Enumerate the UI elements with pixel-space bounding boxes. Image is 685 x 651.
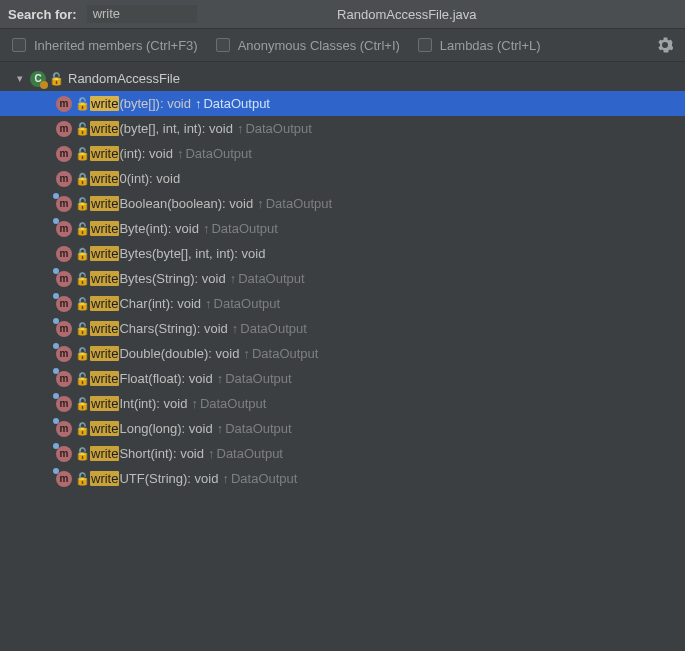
filter-lambdas[interactable]: Lambdas (Ctrl+L) [418,38,541,53]
inherited-from: DataOutput [200,396,267,411]
lock-icon: 🔒 [75,247,87,261]
interface-lock-icon: 🔓 [75,272,87,286]
method-icon: m [56,171,72,187]
method-row[interactable]: m🔓writeLong(long): void↑DataOutput [0,416,685,441]
file-title: RandomAccessFile.java [197,7,617,22]
method-signature: UTF(String): void [119,471,218,486]
method-impl-icon: m [56,396,72,412]
method-icon: m [56,246,72,262]
interface-lock-icon: 🔓 [75,297,87,311]
method-row[interactable]: m🔓write(byte[], int, int): void↑DataOutp… [0,116,685,141]
method-row[interactable]: m🔓write(int): void↑DataOutput [0,141,685,166]
method-icon: m [56,146,72,162]
arrow-up-icon: ↑ [217,421,224,436]
match-highlight: write [90,271,119,286]
method-impl-icon: m [56,446,72,462]
interface-lock-icon: 🔓 [49,72,61,86]
method-signature: Chars(String): void [119,321,227,336]
interface-lock-icon: 🔓 [75,372,87,386]
arrow-up-icon: ↑ [222,471,229,486]
method-impl-icon: m [56,296,72,312]
filter-inherited[interactable]: Inherited members (Ctrl+F3) [12,38,198,53]
chevron-down-icon[interactable]: ▾ [14,72,26,85]
match-highlight: write [90,421,119,436]
search-input[interactable]: write [87,5,197,23]
method-impl-icon: m [56,346,72,362]
method-row[interactable]: m🔓write(byte[]): void↑DataOutput [0,91,685,116]
method-impl-icon: m [56,196,72,212]
gear-icon[interactable] [657,37,673,53]
match-highlight: write [90,96,119,111]
inherited-from: DataOutput [217,446,284,461]
method-signature: Char(int): void [119,296,201,311]
method-impl-icon: m [56,421,72,437]
interface-lock-icon: 🔓 [75,122,87,136]
interface-lock-icon: 🔓 [75,422,87,436]
arrow-up-icon: ↑ [195,96,202,111]
method-row[interactable]: m🔓writeFloat(float): void↑DataOutput [0,366,685,391]
checkbox-icon [418,38,432,52]
inherited-from: DataOutput [225,421,292,436]
checkbox-icon [12,38,26,52]
method-signature: Long(long): void [119,421,212,436]
filter-anonymous[interactable]: Anonymous Classes (Ctrl+I) [216,38,400,53]
match-highlight: write [90,371,119,386]
method-row[interactable]: m🔒writeBytes(byte[], int, int): void [0,241,685,266]
method-row[interactable]: m🔓writeShort(int): void↑DataOutput [0,441,685,466]
arrow-up-icon: ↑ [205,296,212,311]
match-highlight: write [90,346,119,361]
checkbox-icon [216,38,230,52]
arrow-up-icon: ↑ [217,371,224,386]
match-highlight: write [90,196,119,211]
inherited-from: DataOutput [225,371,292,386]
method-row[interactable]: m🔓writeChar(int): void↑DataOutput [0,291,685,316]
structure-tree[interactable]: ▾ C 🔓 RandomAccessFile m🔓write(byte[]): … [0,62,685,651]
method-row[interactable]: m🔓writeInt(int): void↑DataOutput [0,391,685,416]
class-node[interactable]: ▾ C 🔓 RandomAccessFile [0,66,685,91]
arrow-up-icon: ↑ [177,146,184,161]
filter-lambdas-label: Lambdas (Ctrl+L) [440,38,541,53]
method-row[interactable]: m🔓writeByte(int): void↑DataOutput [0,216,685,241]
method-row[interactable]: m🔓writeBytes(String): void↑DataOutput [0,266,685,291]
method-signature: Boolean(boolean): void [119,196,253,211]
method-signature: 0(int): void [119,171,180,186]
inherited-from: DataOutput [266,196,333,211]
interface-lock-icon: 🔓 [75,197,87,211]
match-highlight: write [90,321,119,336]
method-signature: Float(float): void [119,371,212,386]
method-icon: m [56,96,72,112]
inherited-from: DataOutput [214,296,281,311]
inherited-from: DataOutput [203,96,270,111]
method-impl-icon: m [56,371,72,387]
search-bar: Search for: write RandomAccessFile.java [0,0,685,28]
method-impl-icon: m [56,321,72,337]
inherited-from: DataOutput [240,321,307,336]
arrow-up-icon: ↑ [232,321,239,336]
arrow-up-icon: ↑ [237,121,244,136]
filter-inherited-label: Inherited members (Ctrl+F3) [34,38,198,53]
method-signature: (byte[]): void [119,96,191,111]
match-highlight: write [90,246,119,261]
method-signature: Byte(int): void [119,221,198,236]
match-highlight: write [90,121,119,136]
method-row[interactable]: m🔓writeBoolean(boolean): void↑DataOutput [0,191,685,216]
interface-lock-icon: 🔓 [75,147,87,161]
interface-lock-icon: 🔓 [75,322,87,336]
method-impl-icon: m [56,221,72,237]
method-signature: Double(double): void [119,346,239,361]
method-row[interactable]: m🔓writeUTF(String): void↑DataOutput [0,466,685,491]
class-name: RandomAccessFile [68,71,180,86]
arrow-up-icon: ↑ [230,271,237,286]
arrow-up-icon: ↑ [257,196,264,211]
method-signature: Bytes(byte[], int, int): void [119,246,265,261]
method-row[interactable]: m🔓writeChars(String): void↑DataOutput [0,316,685,341]
arrow-up-icon: ↑ [203,221,210,236]
interface-lock-icon: 🔓 [75,447,87,461]
method-row[interactable]: m🔓writeDouble(double): void↑DataOutput [0,341,685,366]
inherited-from: DataOutput [231,471,298,486]
method-impl-icon: m [56,271,72,287]
method-signature: (int): void [119,146,172,161]
method-row[interactable]: m🔒write0(int): void [0,166,685,191]
inherited-from: DataOutput [238,271,305,286]
match-highlight: write [90,396,119,411]
